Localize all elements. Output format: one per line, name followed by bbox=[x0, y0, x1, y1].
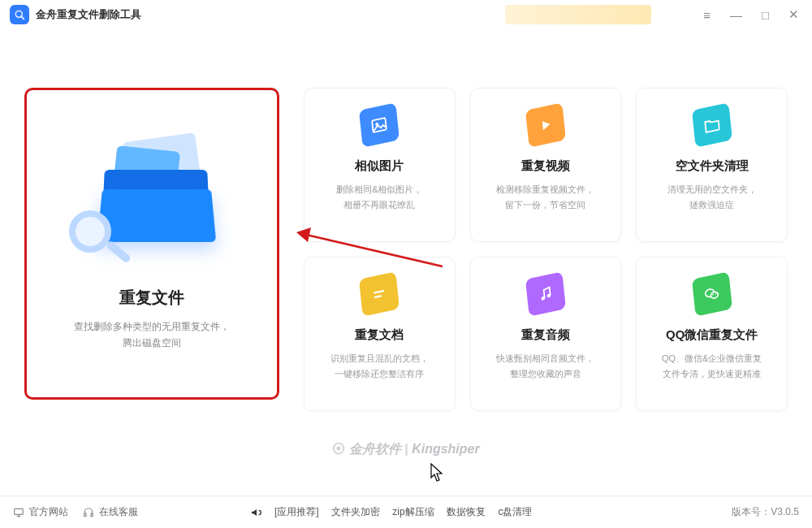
close-icon[interactable]: ✕ bbox=[785, 6, 802, 24]
link-encrypt[interactable]: 文件夹加密 bbox=[331, 506, 380, 517]
recommended-apps: [应用推荐] 文件夹加密 zip解压缩 数据恢复 c盘清理 bbox=[270, 505, 537, 519]
megaphone-icon bbox=[250, 506, 263, 519]
minimize-icon[interactable]: — bbox=[727, 6, 745, 24]
card-similar-images[interactable]: 相似图片 删除相同&相似图片，相册不再眼花缭乱 bbox=[304, 88, 456, 242]
card-title: 空文件夹清理 bbox=[676, 158, 749, 174]
card-title: QQ微信重复文件 bbox=[666, 327, 758, 343]
brand-watermark: ⦿ 金舟软件 | Kingshiper bbox=[0, 441, 812, 458]
svg-marker-4 bbox=[542, 119, 551, 130]
card-desc: 清理无用的空文件夹，拯救强迫症 bbox=[667, 182, 757, 212]
menu-icon[interactable]: ≡ bbox=[700, 6, 714, 24]
svg-line-6 bbox=[375, 296, 381, 297]
maximize-icon[interactable]: □ bbox=[758, 6, 772, 24]
title-bar: 金舟重复文件删除工具 ≡ — □ ✕ bbox=[0, 0, 812, 29]
card-title: 重复音频 bbox=[521, 327, 570, 343]
mouse-cursor-icon bbox=[430, 463, 445, 483]
svg-rect-18 bbox=[84, 513, 86, 517]
card-desc: 快速甄别相同音频文件，整理您收藏的声音 bbox=[496, 351, 594, 381]
main-card-desc: 查找删除多种类型的无用重复文件， 腾出磁盘空间 bbox=[74, 318, 230, 352]
card-duplicate-audio[interactable]: 重复音频 快速甄别相同音频文件，整理您收藏的声音 bbox=[470, 257, 622, 411]
duplicate-files-illustration bbox=[63, 119, 241, 266]
app-logo bbox=[10, 5, 29, 24]
folder-icon bbox=[692, 102, 732, 147]
svg-rect-19 bbox=[91, 513, 93, 517]
card-duplicate-docs[interactable]: 重复文档 识别重复且混乱的文档，一键移除还您整洁有序 bbox=[304, 257, 456, 411]
svg-point-10 bbox=[710, 292, 719, 299]
card-qq-wechat[interactable]: QQ微信重复文件 QQ、微信&企业微信重复文件专清，更快速更精准 bbox=[636, 257, 788, 411]
card-title: 重复文档 bbox=[355, 327, 404, 343]
video-icon bbox=[525, 102, 566, 147]
card-empty-folder[interactable]: 空文件夹清理 清理无用的空文件夹，拯救强迫症 bbox=[636, 88, 788, 242]
official-site-link[interactable]: 官方网站 bbox=[13, 505, 68, 519]
card-duplicate-files[interactable]: 重复文件 查找删除多种类型的无用重复文件， 腾出磁盘空间 bbox=[24, 88, 279, 400]
card-title: 相似图片 bbox=[355, 158, 404, 174]
card-desc: 识别重复且混乱的文档，一键移除还您整洁有序 bbox=[330, 351, 429, 381]
image-icon bbox=[359, 102, 400, 147]
app-title: 金舟重复文件删除工具 bbox=[36, 7, 141, 22]
customer-service-link[interactable]: 在线客服 bbox=[83, 505, 138, 519]
card-desc: 检测移除重复视频文件，留下一份，节省空间 bbox=[496, 182, 594, 212]
monitor-icon bbox=[13, 507, 24, 518]
version-label: 版本号：V3.0.5 bbox=[732, 505, 799, 519]
link-cdrive[interactable]: c盘清理 bbox=[498, 506, 532, 517]
svg-line-1 bbox=[21, 16, 24, 19]
document-icon bbox=[359, 271, 400, 316]
music-icon bbox=[525, 271, 566, 316]
wechat-icon bbox=[692, 271, 732, 316]
promo-banner[interactable] bbox=[505, 5, 651, 24]
headset-icon bbox=[83, 507, 94, 518]
footer-bar: 官方网站 在线客服 [应用推荐] 文件夹加密 zip解压缩 数据恢复 c盘清理 … bbox=[0, 496, 812, 528]
svg-line-5 bbox=[375, 291, 384, 292]
rec-label: [应用推荐] bbox=[274, 506, 319, 517]
main-card-title: 重复文件 bbox=[119, 287, 184, 309]
card-duplicate-video[interactable]: 重复视频 检测移除重复视频文件，留下一份，节省空间 bbox=[470, 88, 622, 242]
card-desc: QQ、微信&企业微信重复文件专清，更快速更精准 bbox=[662, 351, 762, 381]
link-zip[interactable]: zip解压缩 bbox=[392, 506, 434, 517]
svg-rect-15 bbox=[15, 509, 24, 514]
link-recovery[interactable]: 数据恢复 bbox=[447, 506, 486, 517]
card-desc: 删除相同&相似图片，相册不再眼花缭乱 bbox=[336, 182, 422, 212]
card-title: 重复视频 bbox=[521, 158, 570, 174]
